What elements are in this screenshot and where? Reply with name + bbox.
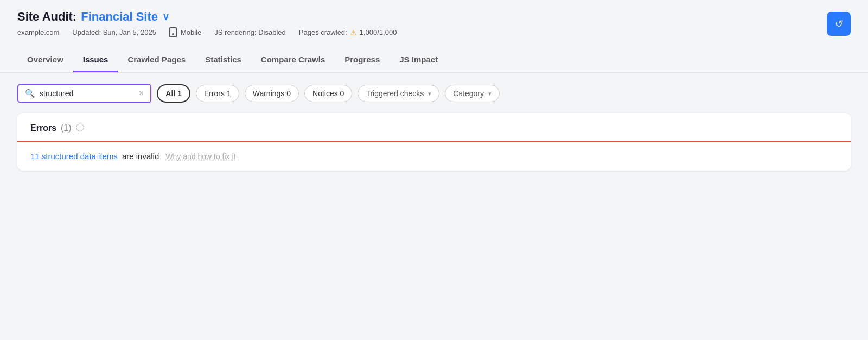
tab-progress[interactable]: Progress bbox=[335, 48, 390, 72]
error-link[interactable]: 11 structured data items bbox=[30, 152, 118, 161]
section-header: Errors (1) ⓘ bbox=[17, 113, 851, 142]
section-count: (1) bbox=[61, 123, 72, 133]
site-meta: example.com Updated: Sun, Jan 5, 2025 Mo… bbox=[17, 27, 397, 37]
error-suffix: are invalid bbox=[122, 152, 159, 161]
site-dropdown-icon[interactable]: ∨ bbox=[162, 11, 169, 23]
filter-bar: 🔍 × All 1 Errors 1 Warnings 0 Notices 0 … bbox=[17, 84, 851, 103]
filter-warnings[interactable]: Warnings 0 bbox=[245, 85, 299, 102]
filter-errors[interactable]: Errors 1 bbox=[196, 85, 239, 102]
tab-compare-crawls[interactable]: Compare Crawls bbox=[251, 48, 335, 72]
search-icon: 🔍 bbox=[25, 89, 35, 98]
search-input[interactable] bbox=[40, 89, 135, 98]
site-name[interactable]: Financial Site bbox=[81, 10, 158, 24]
tab-crawled-pages[interactable]: Crawled Pages bbox=[118, 48, 195, 72]
filter-all[interactable]: All 1 bbox=[157, 84, 190, 103]
triggered-checks-dropdown[interactable]: Triggered checks▾ bbox=[358, 85, 439, 102]
mobile-icon bbox=[169, 27, 177, 37]
section-title: Errors bbox=[30, 123, 56, 133]
main-content: 🔍 × All 1 Errors 1 Warnings 0 Notices 0 … bbox=[0, 73, 868, 181]
site-audit-label: Site Audit: bbox=[17, 10, 76, 24]
tab-overview[interactable]: Overview bbox=[17, 48, 73, 72]
tab-js-impact[interactable]: JS Impact bbox=[390, 48, 448, 72]
warning-icon: ⚠ bbox=[350, 28, 357, 37]
search-box[interactable]: 🔍 × bbox=[17, 84, 151, 103]
device-info: Mobile bbox=[169, 27, 201, 37]
refresh-button[interactable]: ↺ bbox=[827, 12, 851, 36]
refresh-icon: ↺ bbox=[835, 18, 843, 30]
updated-date: Updated: Sun, Jan 5, 2025 bbox=[72, 28, 156, 36]
filter-notices[interactable]: Notices 0 bbox=[304, 85, 352, 102]
domain: example.com bbox=[17, 28, 59, 36]
pages-crawled: Pages crawled: ⚠ 1,000/1,000 bbox=[299, 28, 397, 37]
info-icon[interactable]: ⓘ bbox=[76, 123, 84, 133]
tab-issues[interactable]: Issues bbox=[73, 48, 118, 72]
results-card: Errors (1) ⓘ 11 structured data items ar… bbox=[17, 113, 851, 171]
category-dropdown[interactable]: Category▾ bbox=[445, 85, 500, 102]
site-audit-header: Site Audit: Financial Site ∨ example.com… bbox=[17, 10, 397, 37]
clear-search-button[interactable]: × bbox=[139, 89, 144, 98]
nav-tabs: Overview Issues Crawled Pages Statistics… bbox=[0, 48, 868, 73]
site-audit-title: Site Audit: Financial Site ∨ bbox=[17, 10, 397, 24]
tab-statistics[interactable]: Statistics bbox=[195, 48, 251, 72]
js-rendering: JS rendering: Disabled bbox=[214, 28, 286, 36]
top-bar: Site Audit: Financial Site ∨ example.com… bbox=[0, 0, 868, 37]
fix-hint[interactable]: Why and how to fix it bbox=[165, 152, 235, 161]
error-row: 11 structured data items are invalid Why… bbox=[17, 142, 851, 171]
